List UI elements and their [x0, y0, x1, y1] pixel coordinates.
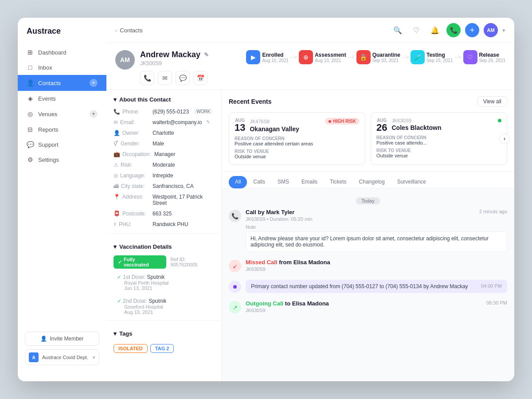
email-action-button[interactable]: ✉	[158, 71, 172, 85]
journey-step-release: ♡ Release Sep 26, 2021	[463, 50, 506, 64]
tab-calls[interactable]: Calls	[247, 176, 271, 188]
journey-step-quarantine: 🔒 Quarantine Sep 03, 2021	[356, 50, 400, 64]
content-area: ▾ About this Contact 📞 Phone: (629) 555-…	[106, 90, 514, 381]
sidebar-item-venues[interactable]: ◎ Venues +	[18, 106, 106, 122]
outgoing-call-content: Outgoing Call to Elisa Madona 08:30 PM J…	[246, 300, 507, 314]
sidebar-item-settings[interactable]: ⚙ Settings	[18, 152, 106, 167]
tags-title: Tags	[119, 330, 132, 337]
enrolled-date: Aug 10, 2021	[262, 58, 289, 63]
high-risk-label: HIGH RISK	[333, 119, 356, 124]
enrolled-info: Enrolled Aug 10, 2021	[262, 52, 289, 63]
testing-label: Testing	[426, 52, 453, 58]
search-button[interactable]: 🔍	[391, 23, 405, 37]
call-button[interactable]: 📞	[446, 23, 461, 37]
testing-icon: 🧪	[411, 50, 425, 64]
calendar-action-button[interactable]: 📅	[193, 71, 207, 85]
call-header: Call by Mark Tyler 2 minuts ago	[246, 209, 507, 215]
sidebar-item-contacts[interactable]: 👤 Contacts +	[18, 75, 106, 91]
dose1-row: ✓ 1st Dose: Sputnik Royal Perth Hospital…	[106, 272, 221, 293]
note-label: Note	[246, 224, 507, 230]
journey-step-enrolled: ▶ Enrolled Aug 10, 2021	[246, 50, 289, 64]
sidebar-item-events[interactable]: ◈ Events	[18, 91, 106, 106]
department-selector[interactable]: A Austrace Covid Dept. ▾	[25, 349, 99, 365]
message-action-button[interactable]: 💬	[176, 71, 190, 85]
changelog-row: Primary contact number updated from (704…	[251, 283, 502, 289]
event-1-venue-label: RISK TO VENUE	[235, 149, 360, 154]
vaccination-chevron: ▾	[113, 243, 117, 250]
tab-changelog[interactable]: Changelog	[353, 176, 391, 188]
risk-icon: ⚠	[113, 162, 118, 168]
missed-call-content: Missed Call from Elisa Madona JK630S9	[246, 259, 507, 273]
outgoing-call-dot: ↗	[229, 301, 241, 313]
tag-isolated[interactable]: ISOLATED	[113, 344, 148, 353]
right-panel: Recent Events View all AUG 13	[222, 90, 514, 381]
contacts-add-icon[interactable]: +	[90, 79, 98, 87]
missed-call-icon: ↙	[233, 263, 238, 270]
edit-contact-icon[interactable]: ✎	[204, 51, 209, 58]
tab-surveillance[interactable]: Surveillance	[391, 176, 432, 188]
call-title: Call by Mark Tyler	[246, 209, 294, 215]
notifications-button[interactable]: 🔔	[428, 23, 442, 37]
user-avatar[interactable]: AM	[484, 23, 498, 37]
dept-avatar: A	[29, 352, 39, 362]
postcode-value: 663 325	[153, 211, 172, 217]
address-row: 📍 Address: Westpoint, 17 Patrick Street	[106, 192, 221, 208]
sidebar-item-reports[interactable]: ⊟ Reports	[18, 122, 106, 137]
tags-chevron: ▾	[113, 330, 117, 337]
postcode-label: 📮 Postcode:	[113, 211, 149, 217]
tab-tickets[interactable]: Tickets	[324, 176, 353, 188]
postcode-icon: 📮	[113, 211, 120, 217]
city-icon: 🏙	[113, 183, 119, 189]
arrow-icon-1: -->	[290, 54, 297, 60]
dept-name: Austrace Covid Dept.	[42, 355, 88, 360]
left-panel: ▾ About this Contact 📞 Phone: (629) 555-…	[106, 90, 222, 381]
view-all-button[interactable]: View all	[477, 96, 507, 107]
user-menu-chevron[interactable]: ▾	[502, 27, 505, 34]
sidebar-item-support[interactable]: 💬 Support	[18, 137, 106, 152]
release-label: Release	[479, 52, 506, 58]
event-2-status-dot	[498, 119, 501, 122]
edit-email-icon[interactable]: ✎	[206, 119, 210, 125]
arrow-icon-4: -->	[455, 54, 462, 60]
email-row: ✉ Email: walterb@company.io ✎	[106, 117, 221, 128]
release-date: Sep 26, 2021	[479, 58, 506, 63]
venues-add-icon[interactable]: +	[90, 110, 98, 118]
changelog-text: Primary contact number updated from (704…	[251, 283, 468, 289]
tag-2[interactable]: TAG 2	[150, 344, 174, 353]
tab-sms[interactable]: SMS	[271, 176, 295, 188]
tags-section-header[interactable]: ▾ Tags	[106, 324, 221, 340]
invite-member-button[interactable]: 👤 Invite Member	[25, 332, 99, 346]
breadcrumb-back-icon[interactable]: ‹	[115, 27, 117, 34]
contact-info-section: AM Andrew Mackay ✎ JK500S9 📞 ✉ 💬 📅	[115, 50, 231, 85]
occupation-value: Manager	[154, 151, 175, 157]
email-value: walterb@company.io	[153, 119, 202, 125]
language-row: ◎ Language: Intrepide	[106, 170, 221, 181]
contact-name-row: Andrew Mackay ✎	[140, 50, 209, 59]
favorites-button[interactable]: ♡	[409, 23, 423, 37]
gender-icon: ⚥	[113, 141, 118, 147]
dose2-label: 2nd Dose:	[123, 298, 147, 304]
activity-item-missed-call: ↙ Missed Call from Elisa Madona JK630S9	[229, 259, 507, 273]
vaccination-section-header[interactable]: ▾ Vaccination Details	[106, 237, 221, 254]
vaccination-status: Fully vaccinated	[124, 257, 162, 267]
events-next-arrow[interactable]: ›	[499, 133, 510, 144]
sidebar-item-inbox[interactable]: □ Inbox	[18, 60, 106, 75]
phone-action-button[interactable]: 📞	[140, 71, 154, 85]
vaccination-ref: Ref ID: 9057620005	[171, 257, 214, 267]
tab-emails[interactable]: Emails	[295, 176, 324, 188]
owner-icon: 👤	[113, 130, 120, 136]
address-label: 📍 Address:	[113, 194, 149, 200]
event-card-1: AUG 13 JK476S8 HIGH RISK	[229, 112, 365, 165]
event-2-id: JK630S9	[391, 118, 411, 123]
owner-value: Charlotte	[153, 130, 174, 136]
event-1-venue-value: Outside venue	[235, 154, 360, 159]
about-section-header[interactable]: ▾ About this Contact	[106, 90, 221, 106]
tags-row: ISOLATED TAG 2	[106, 340, 221, 356]
activity-item-call: 📞 Call by Mark Tyler 2 minuts ago JK630S…	[229, 209, 507, 252]
add-button[interactable]: +	[465, 23, 479, 37]
sidebar-item-dashboard[interactable]: ⊞ Dashboard	[18, 45, 106, 60]
call-timeline-dot: 📞	[229, 210, 241, 222]
sidebar-label-reports: Reports	[38, 126, 59, 133]
tab-all[interactable]: All	[229, 176, 247, 188]
about-section-chevron: ▾	[113, 96, 117, 103]
